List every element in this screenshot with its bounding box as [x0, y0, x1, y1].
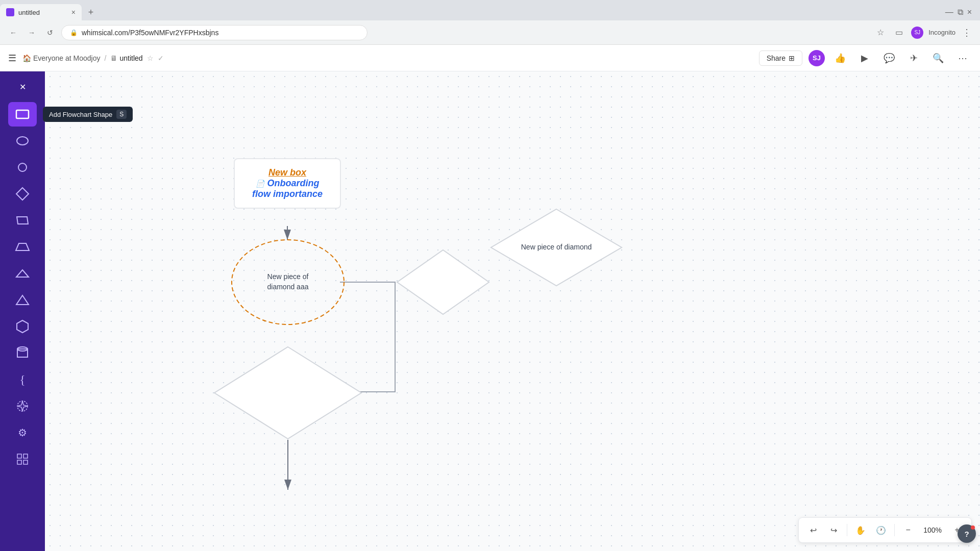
svg-rect-13	[17, 454, 21, 458]
favorite-icon[interactable]: ☆	[147, 54, 154, 62]
address-bar[interactable]: 🔒 whimsical.com/P3f5owNMFvr2YFPHxsbjns	[61, 25, 368, 40]
grid-shape-tool[interactable]	[8, 447, 37, 471]
window-close-btn[interactable]: ×	[967, 8, 972, 17]
rectangle-shape-tool[interactable]: Add Flowchart Shape S	[8, 102, 37, 127]
right-diamond-text: New piece of diamond	[491, 222, 622, 273]
tab-favicon	[6, 8, 14, 16]
bottom-toolbar: ↩ ↪ ✋ 🕐 − 100% +	[798, 517, 972, 543]
hexagon-shape-tool[interactable]	[8, 314, 37, 339]
browser-tab[interactable]: untitled ×	[0, 4, 82, 20]
flat-triangle-shape-tool[interactable]	[8, 261, 37, 286]
brace-icon: {	[17, 372, 28, 387]
tab-title: untitled	[18, 9, 67, 16]
like-btn[interactable]: 👍	[831, 49, 849, 67]
doc-link[interactable]: 🖥 untitled	[110, 54, 142, 62]
triangle-shape-tool[interactable]	[8, 288, 37, 312]
profile-btn[interactable]: SJ	[910, 26, 924, 40]
hamburger-menu[interactable]: ☰	[8, 53, 16, 64]
url-text: whimsical.com/P3f5owNMFvr2YFPHxsbjns	[82, 29, 218, 37]
forward-btn[interactable]: →	[24, 26, 39, 40]
workspace-icon: 🏠	[22, 54, 31, 62]
triangle-icon	[15, 294, 30, 306]
header-actions: Share ⊞ SJ 👍 ▶ 💬 ✈ 🔍 ⋯	[759, 49, 972, 67]
right-diamond-label: New piece of diamond	[521, 242, 592, 253]
trapezoid-shape-tool[interactable]	[8, 235, 37, 259]
sidebar-close-btn[interactable]: ✕	[13, 78, 32, 96]
box-subtitle: 📄 Onboarding	[256, 178, 320, 189]
flowchart-canvas[interactable]: New box 📄 Onboarding flow importance	[45, 71, 980, 551]
svg-marker-23	[214, 347, 361, 439]
rectangle-icon	[15, 109, 30, 120]
diamond-icon	[15, 187, 30, 201]
ellipse-label: New piece ofdiamond aaa	[267, 272, 309, 292]
svg-text:{: {	[19, 373, 26, 386]
undo-btn[interactable]: ↩	[804, 521, 822, 539]
svg-rect-14	[23, 454, 28, 458]
hexagon-icon	[15, 319, 30, 334]
zoom-level-display: 100%	[919, 526, 946, 534]
app-body: ✕ Add Flowchart Shape S	[0, 71, 980, 551]
box-subtitle-text: Onboarding	[267, 178, 320, 189]
doc-title: untitled	[119, 54, 142, 62]
gear-shape-tool[interactable]: ⚙	[8, 420, 37, 445]
svg-point-20	[232, 240, 344, 324]
grid-icon	[16, 453, 29, 465]
svg-rect-0	[16, 110, 29, 118]
parallelogram-icon	[15, 215, 30, 226]
box-text: flow importance	[252, 189, 323, 199]
starburst-icon	[15, 399, 30, 413]
doc-inline-icon: 📄	[256, 180, 264, 188]
send-btn[interactable]: ✈	[904, 49, 923, 67]
notification-dot	[971, 525, 975, 530]
help-btn[interactable]: ?	[958, 524, 976, 543]
reload-btn[interactable]: ↺	[43, 26, 57, 40]
new-tab-btn[interactable]: +	[84, 5, 98, 19]
toolbar-separator-1	[847, 524, 847, 536]
search-btn[interactable]: 🔍	[929, 49, 947, 67]
redo-btn[interactable]: ↪	[824, 521, 843, 539]
user-avatar[interactable]: SJ	[808, 50, 825, 66]
more-btn[interactable]: ⋯	[953, 49, 972, 67]
comment-btn[interactable]: 💬	[880, 49, 898, 67]
svg-rect-16	[23, 460, 28, 464]
present-btn[interactable]: ▶	[855, 49, 874, 67]
main-flowchart-box[interactable]: New box 📄 Onboarding flow importance	[234, 158, 341, 209]
doc-icon: 🖥	[110, 54, 117, 62]
cylinder-shape-tool[interactable]	[8, 341, 37, 365]
window-minimize-btn[interactable]: —	[945, 8, 953, 17]
svg-point-1	[17, 137, 28, 145]
ellipse-shape-tool[interactable]	[8, 129, 37, 153]
diamond-shape-tool[interactable]	[8, 182, 37, 206]
share-button[interactable]: Share ⊞	[759, 51, 802, 66]
brace-shape-tool[interactable]: {	[8, 367, 37, 392]
trapezoid-icon	[15, 241, 30, 253]
tab-close-btn[interactable]: ×	[71, 8, 76, 16]
svg-point-2	[18, 163, 27, 171]
svg-marker-3	[16, 188, 29, 200]
shapes-sidebar: ✕ Add Flowchart Shape S	[0, 71, 45, 551]
svg-marker-21	[397, 250, 489, 314]
circle-shape-tool[interactable]	[8, 155, 37, 180]
cylinder-icon	[15, 346, 30, 360]
incognito-label: Incognito	[928, 29, 955, 36]
window-maximize-btn[interactable]: ⧉	[958, 8, 963, 17]
parallelogram-shape-tool[interactable]	[8, 208, 37, 233]
circle-icon	[15, 162, 30, 173]
breadcrumb-separator: /	[105, 54, 107, 62]
workspace-link[interactable]: 🏠 Everyone at Moodjoy	[22, 54, 101, 62]
lock-icon: 🔒	[70, 29, 78, 36]
zoom-out-btn[interactable]: −	[899, 521, 917, 539]
breadcrumb: 🏠 Everyone at Moodjoy / 🖥 untitled ☆ ✓	[22, 54, 164, 62]
bookmark-btn[interactable]: ☆	[873, 26, 888, 40]
starburst-shape-tool[interactable]	[8, 394, 37, 418]
hand-tool-btn[interactable]: ✋	[851, 521, 870, 539]
share-icon: ⊞	[789, 54, 795, 62]
history-btn[interactable]: 🕐	[872, 521, 890, 539]
sidebar-toggle-btn[interactable]: ▭	[892, 26, 906, 40]
share-label: Share	[767, 54, 786, 62]
svg-marker-22	[491, 209, 622, 286]
back-btn[interactable]: ←	[6, 26, 20, 40]
svg-marker-4	[17, 217, 28, 224]
profile-avatar: SJ	[911, 27, 923, 39]
menu-btn[interactable]: ⋮	[960, 26, 974, 40]
